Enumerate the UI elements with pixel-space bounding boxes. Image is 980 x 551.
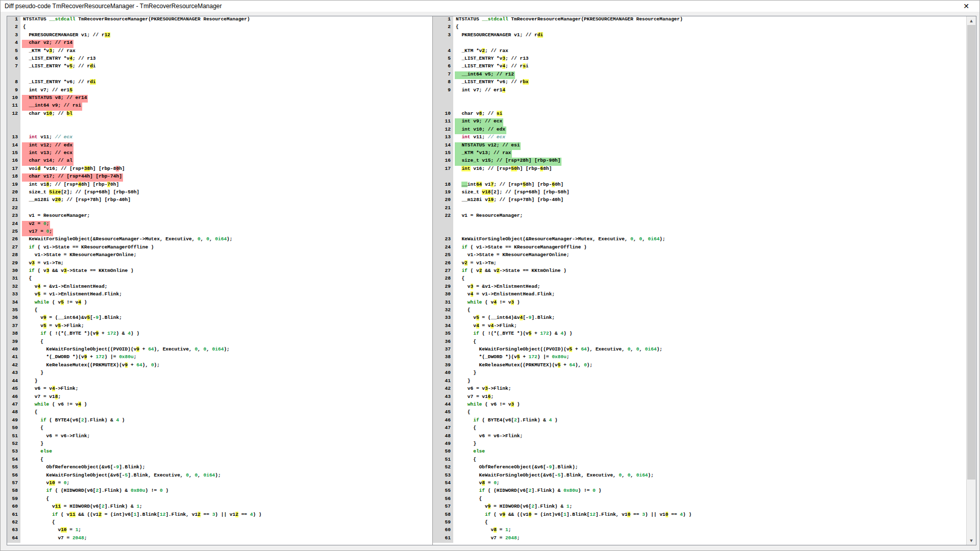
code-line: 36 {: [433, 339, 966, 346]
code-line: 34 v4 = v4->Flink;: [433, 323, 966, 331]
code-text: {: [22, 425, 44, 433]
line-number: 59: [433, 519, 453, 527]
line-number: 6: [433, 63, 453, 71]
code-line: 32 {: [433, 307, 966, 315]
code-line: 57 v10 = 0;: [7, 480, 432, 488]
line-number: 36: [7, 315, 20, 322]
line-number: 22: [7, 205, 20, 213]
line-number: 30: [433, 291, 453, 299]
code-text: size_t v18[2]; // [rsp+68h] [rbp-50h]: [455, 189, 570, 197]
code-text: v7 = v18;: [22, 394, 62, 402]
code-line: 4 char v2; // r14: [7, 40, 432, 47]
code-line: 52 ObfReferenceObject(&v6[-9].Blink);: [433, 464, 966, 472]
code-text: _KTM *v13; // rax: [455, 150, 512, 158]
code-line: 43 v7 = v16;: [433, 394, 966, 402]
code-line: 40 KeWaitForSingleObject((PVOID)(v9 + 64…: [7, 346, 432, 354]
code-line: 1NTSTATUS __stdcall TmRecoverResourceMan…: [7, 16, 432, 24]
code-line: 10 NTSTATUS v8; // er14: [7, 95, 432, 103]
code-line: 16 size_t v15; // [rsp+28h] [rbp-90h]: [433, 158, 966, 165]
code-line: 11 int v9; // ecx: [433, 118, 966, 126]
line-number: 34: [433, 323, 453, 331]
code-text: char v17; // [rsp+44h] [rbp-74h]: [22, 173, 123, 181]
code-line: 46 if ( BYTE4(v6[2].Flink) & 4 ): [433, 417, 966, 425]
code-line: 37 v5 = v5->Flink;: [7, 323, 432, 331]
code-text: NTSTATUS __stdcall TmRecoverResourceMana…: [455, 16, 684, 24]
line-number: 53: [7, 448, 20, 456]
code-text: [22, 118, 24, 126]
line-number: 2: [433, 24, 453, 32]
line-number: 15: [7, 150, 20, 158]
code-text: NTSTATUS v12; // esi: [455, 142, 521, 150]
code-line: 23 KeWaitForSingleObject(&ResourceManage…: [433, 236, 966, 244]
code-line: [433, 40, 966, 47]
line-number: 21: [433, 205, 453, 213]
code-text: v3 = v1->Tm;: [22, 260, 65, 268]
line-number: 4: [433, 48, 453, 56]
scroll-down-icon: ▼: [970, 539, 972, 543]
code-text: v6 = v6->Flink;: [22, 433, 91, 441]
code-text: }: [22, 441, 44, 448]
right-code-pane[interactable]: 1NTSTATUS __stdcall TmRecoverResourceMan…: [433, 16, 966, 545]
code-line: [433, 95, 966, 103]
code-line: 38 *(_DWORD *)(v5 + 172) |= 0x80u;: [433, 354, 966, 362]
code-text: [455, 229, 457, 236]
vertical-scrollbar[interactable]: ▲ ▼: [966, 16, 976, 545]
code-line: 12 int v10; // edx: [433, 127, 966, 134]
code-line: 50 {: [7, 425, 432, 433]
code-text: if ( v1->State == KResourceManagerOfflin…: [455, 244, 588, 252]
code-line: 56 KeWaitForSingleObject(&v6[-5].Blink, …: [7, 472, 432, 480]
code-text: if ( BYTE4(v6[2].Flink) & 4 ): [22, 417, 126, 425]
scroll-up-button[interactable]: ▲: [967, 16, 976, 25]
code-text: size_t Size[2]; // [rsp+68h] [rbp-50h]: [22, 189, 140, 197]
code-text: {: [22, 519, 56, 527]
title-bar: Diff pseudo-code TmRecoverResourceManage…: [1, 1, 979, 12]
code-text: v9 = HIDWORD(v6[2].Flink) & 1;: [455, 504, 573, 511]
code-line: 44 while ( v6 != v3 ): [433, 402, 966, 409]
code-text: ObfReferenceObject(&v6[-9].Blink);: [455, 464, 579, 472]
code-text: v6 = v6->Flink;: [455, 433, 524, 441]
code-line: 3 PKRESOURCEMANAGER v1; // r12: [7, 32, 432, 40]
code-line: 50 else: [433, 448, 966, 456]
line-number: 23: [7, 213, 20, 220]
line-number: 54: [433, 480, 453, 488]
code-line: 34 while ( v5 != v4 ): [7, 299, 432, 307]
code-line: [433, 229, 966, 236]
code-line: 47 while ( v6 != v4 ): [7, 402, 432, 409]
close-button[interactable]: ✕: [959, 1, 973, 12]
code-line: 59 {: [433, 519, 966, 527]
code-text: v4 = v4->Flink;: [455, 323, 518, 331]
code-text: *(_DWORD *)(v5 + 172) |= 0x80u;: [455, 354, 570, 362]
code-line: 44 }: [7, 378, 432, 386]
code-line: 30 if ( v3 && v3->State == KKtmOnline ): [7, 268, 432, 276]
code-line: 51 {: [433, 457, 966, 464]
line-number: 31: [433, 299, 453, 307]
code-line: 32 v4 = &v1->EnlistmentHead;: [7, 284, 432, 291]
line-number: 3: [7, 32, 20, 40]
left-code-pane[interactable]: 1NTSTATUS __stdcall TmRecoverResourceMan…: [7, 16, 433, 545]
line-number: 43: [433, 394, 453, 402]
code-text: [455, 173, 457, 181]
code-line: 27 if ( v1->State == KResourceManagerOff…: [7, 244, 432, 252]
scroll-thumb[interactable]: [967, 25, 975, 480]
code-line: 58 if ( v9 && ((v10 = (int)v6[1].Blink[1…: [433, 512, 966, 519]
line-number: 26: [7, 236, 20, 244]
scroll-down-button[interactable]: ▼: [967, 536, 976, 545]
code-text: [455, 205, 457, 213]
code-line: 48 v6 = v6->Flink;: [433, 433, 966, 441]
line-number: 33: [7, 291, 20, 299]
code-line: 31 while ( v4 != v3 ): [433, 299, 966, 307]
code-text: {: [22, 307, 39, 315]
line-number: 51: [433, 457, 453, 464]
code-text: v1 = ResourceManager;: [22, 213, 91, 220]
code-line: 31 {: [7, 276, 432, 283]
code-line: 54 {: [7, 457, 432, 464]
code-text: {: [22, 339, 44, 346]
code-line: 9 int v7; // er14: [433, 87, 966, 95]
code-text: KeWaitForSingleObject((PVOID)(v9 + 64), …: [22, 346, 231, 354]
line-number: 5: [433, 56, 453, 63]
line-number: [7, 127, 20, 134]
line-number: 61: [433, 535, 453, 543]
code-text: [455, 40, 457, 47]
line-number: 41: [433, 378, 453, 386]
code-text: {: [22, 496, 50, 504]
